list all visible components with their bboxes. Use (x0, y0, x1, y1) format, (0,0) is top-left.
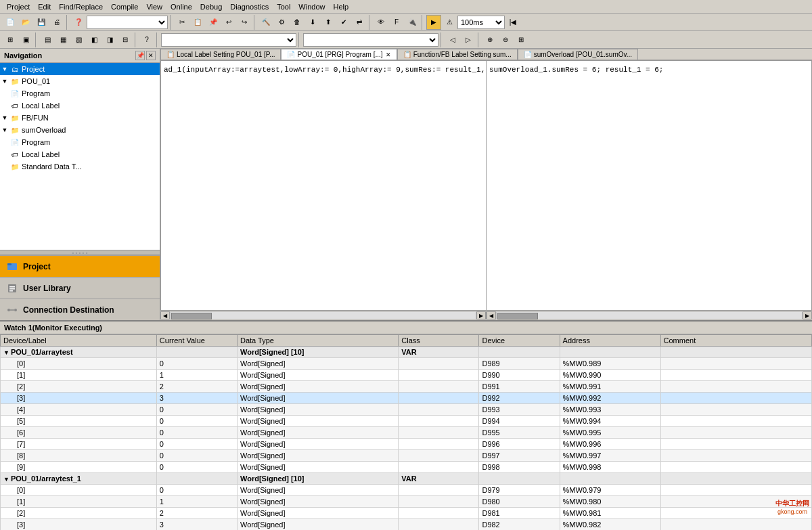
time-combo[interactable]: 100ms (457, 16, 505, 29)
table-row[interactable]: [0]0Word[Signed]D979%MW0.979 (1, 485, 812, 496)
tb2-11[interactable]: ▷ (461, 32, 476, 47)
editor-pane-right[interactable]: sumOverload_1.sumRes = 6; result_1 = 6; (487, 60, 812, 311)
table-row[interactable]: [1]1Word[Signed]D990%MW0.990 (1, 370, 812, 381)
paste-btn[interactable]: 📌 (206, 15, 221, 30)
menu-help[interactable]: Help (329, 1, 353, 12)
table-row[interactable]: [2]2Word[Signed]D981%MW0.981 (1, 508, 812, 519)
redo-btn[interactable]: ↪ (237, 15, 252, 30)
tree-expander[interactable]: ▼ (0, 78, 9, 85)
table-row[interactable]: [9]0Word[Signed]D998%MW0.998 (1, 462, 812, 473)
sidebar-close-btn[interactable]: ✕ (146, 51, 156, 60)
zoom-in-btn[interactable]: ⊕ (482, 32, 497, 47)
compare-btn[interactable]: ⇄ (352, 15, 367, 30)
table-row[interactable]: [4]0Word[Signed]D993%MW0.993 (1, 404, 812, 416)
menu-view[interactable]: View (142, 1, 166, 12)
table-row[interactable]: ▼POU_01/arraytestWord[Signed] [10]VAR (1, 347, 812, 358)
tb2-7[interactable]: ◨ (102, 32, 117, 47)
tree-item-pou01-program[interactable]: 📄Program (0, 87, 160, 100)
tb2-3[interactable]: ▤ (40, 32, 55, 47)
watch-table[interactable]: Device/Label Current Value Data Type Cla… (0, 334, 812, 530)
table-row[interactable]: ▼POU_01/arraytest_1Word[Signed] [10]VAR (1, 473, 812, 485)
h-scroll-right-track[interactable] (496, 311, 803, 319)
function-combo[interactable] (303, 33, 438, 47)
tree-item-sumoverload[interactable]: ▼📁sumOverload (0, 124, 160, 136)
tree-item-standard-data[interactable]: 📁Standard Data T... (0, 160, 160, 173)
table-row[interactable]: [6]0Word[Signed]D995%MW0.995 (1, 427, 812, 439)
open-btn[interactable]: 📂 (18, 15, 33, 30)
save-btn[interactable]: 💾 (34, 15, 49, 30)
menu-findreplace[interactable]: Find/Replace (55, 1, 107, 12)
h-scroll-left-track[interactable] (170, 311, 476, 319)
menu-debug[interactable]: Debug (196, 1, 226, 12)
force-btn[interactable]: F (389, 15, 404, 30)
h-scroll-left-thumb[interactable] (171, 313, 212, 319)
tree-item-pou01[interactable]: ▼📁POU_01 (0, 75, 160, 87)
connect-btn[interactable]: 🔌 (405, 15, 420, 30)
table-row[interactable]: [3]3Word[Signed]D982%MW0.982 (1, 519, 812, 531)
stop-btn[interactable]: ⚠ (442, 15, 457, 30)
h-scroll-left-right-btn[interactable]: ▶ (476, 311, 486, 319)
tree-item-pou01-locallabel[interactable]: 🏷Local Label (0, 100, 160, 112)
print-btn[interactable]: 🖨 (49, 15, 64, 30)
row-expander[interactable]: ▼ (3, 349, 9, 356)
rebuild-btn[interactable]: ⚙ (274, 15, 289, 30)
tree-expander[interactable]: ▼ (0, 114, 9, 121)
table-row[interactable]: [2]2Word[Signed]D991%MW0.991 (1, 381, 812, 393)
tab-1[interactable]: 📋 Local Label Setting POU_01 [P... (160, 49, 281, 60)
nav-btn-user-library[interactable]: User Library (0, 277, 160, 299)
cut-btn[interactable]: ✂ (175, 15, 189, 30)
tb2-10[interactable]: ◁ (445, 32, 460, 47)
tab-2[interactable]: 📄 POU_01 [PRG] Program [...] ✕ (281, 49, 397, 60)
tb2-9[interactable]: ? (139, 32, 154, 47)
menu-window[interactable]: Window (294, 1, 329, 12)
nav-btn-connection[interactable]: Connection Destination (0, 299, 160, 320)
sidebar-resize-handle[interactable]: • • • • • (0, 250, 160, 255)
tab-2-close[interactable]: ✕ (386, 51, 391, 58)
h-scroll-right-left-btn[interactable]: ◀ (487, 311, 496, 319)
table-row[interactable]: [0]0Word[Signed]D989%MW0.989 (1, 358, 812, 370)
tb2-12[interactable]: ⊞ (514, 32, 528, 47)
tree-item-project-root[interactable]: ▼🗂Project (0, 63, 160, 75)
tree-expander[interactable]: ▼ (0, 66, 9, 72)
editor-pane-left[interactable]: ad_1(inputArray:=arraytest,lowArray:= 0,… (160, 60, 487, 311)
copy-btn[interactable]: 📋 (190, 15, 205, 30)
monitor-btn[interactable]: 👁 (374, 15, 388, 30)
verify-btn[interactable]: ✔ (336, 15, 351, 30)
new-btn[interactable]: 📄 (3, 15, 18, 30)
menu-tool[interactable]: Tool (273, 1, 294, 12)
zoom-out-btn[interactable]: ⊖ (498, 32, 513, 47)
tb2-5[interactable]: ▧ (71, 32, 86, 47)
row-expander[interactable]: ▼ (3, 476, 9, 483)
project-combo[interactable] (87, 16, 168, 29)
tb2-8[interactable]: ⊟ (118, 32, 133, 47)
nav-btn-project[interactable]: Project (0, 255, 160, 277)
download-btn[interactable]: ⬇ (305, 15, 320, 30)
clean-btn[interactable]: 🗑 (290, 15, 304, 30)
tb2-6[interactable]: ◧ (87, 32, 102, 47)
step-btn[interactable]: |◀ (505, 15, 520, 30)
tree-expander[interactable]: ▼ (0, 127, 9, 133)
run-btn[interactable]: ▶ (426, 15, 441, 30)
h-scroll-right-right-btn[interactable]: ▶ (803, 311, 812, 319)
menu-compile[interactable]: Compile (107, 1, 142, 12)
table-row[interactable]: [8]0Word[Signed]D997%MW0.997 (1, 450, 812, 462)
tree-item-sumoverload-program[interactable]: 📄Program (0, 136, 160, 148)
h-scroll-left-btn[interactable]: ◀ (160, 311, 170, 319)
table-row[interactable]: [7]0Word[Signed]D996%MW0.996 (1, 439, 812, 450)
table-row[interactable]: [1]1Word[Signed]D980%MW0.980 (1, 496, 812, 508)
undo-btn[interactable]: ↩ (221, 15, 236, 30)
menu-edit[interactable]: Edit (34, 1, 55, 12)
navigation-tree[interactable]: ▼🗂Project▼📁POU_01📄Program🏷Local Label▼📁F… (0, 63, 160, 250)
menu-project[interactable]: Project (3, 1, 34, 12)
tb2-2[interactable]: ▣ (18, 32, 33, 47)
sidebar-pin-btn[interactable]: 📌 (135, 51, 145, 60)
table-row[interactable]: [3]3Word[Signed]D992%MW0.992 (1, 393, 812, 404)
build-btn[interactable]: 🔨 (258, 15, 273, 30)
menu-online[interactable]: Online (166, 1, 196, 12)
tab-4[interactable]: 📄 sumOverload [POU_01.sumOv... (518, 49, 638, 60)
upload-btn[interactable]: ⬆ (321, 15, 336, 30)
pou-combo[interactable] (161, 33, 296, 47)
help-btn[interactable]: ❓ (71, 15, 86, 30)
table-row[interactable]: [5]0Word[Signed]D994%MW0.994 (1, 416, 812, 427)
tree-item-sumoverload-locallabel[interactable]: 🏷Local Label (0, 148, 160, 160)
